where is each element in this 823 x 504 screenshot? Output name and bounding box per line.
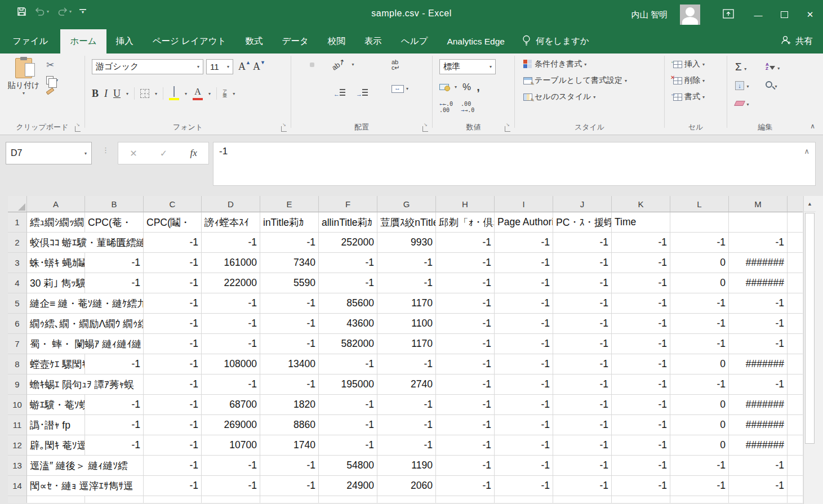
name-box-caret-icon[interactable]: ▾ (84, 151, 87, 156)
cell-A5[interactable]: 縺企≡ 縺・菴ｿ縺・縺ｹ繧九° (27, 293, 144, 314)
cell-H2[interactable]: -1 (436, 233, 495, 253)
cell-L8[interactable]: 0 (670, 354, 729, 374)
align-top-button[interactable] (299, 63, 304, 67)
cell-K4[interactable]: -1 (612, 273, 670, 293)
cell-A14[interactable]: 閠∝ｾ・縺ｮ 逕滓ｴｻ雋ｻ逕 (27, 476, 144, 496)
conditional-formatting-button[interactable]: 条件付き書式▾ (521, 58, 630, 70)
column-header-L[interactable]: L (670, 196, 729, 212)
cell-D8[interactable]: 108000 (202, 354, 260, 374)
cell-L3[interactable]: 0 (670, 253, 729, 273)
phonetic-guide-icon[interactable]: ア亜 (223, 90, 227, 97)
name-box[interactable]: D7▾ (6, 142, 92, 164)
tab-4[interactable]: データ (273, 29, 318, 53)
cell-C9[interactable]: -1 (144, 374, 202, 395)
cell-D5[interactable]: -1 (202, 293, 260, 314)
cell-A1[interactable]: 繧ｭ繝ｼ繝ｯ繝ｼ繝 (27, 212, 85, 233)
row-header-14[interactable]: 14 (8, 476, 27, 496)
cell-K5[interactable]: -1 (612, 293, 670, 314)
column-header-D[interactable]: D (202, 196, 260, 212)
increase-font-size-button[interactable]: A▲ (236, 61, 248, 73)
cell-J14[interactable]: -1 (553, 476, 612, 496)
cell-E7[interactable]: -1 (260, 334, 319, 354)
column-header-G[interactable]: G (377, 196, 436, 212)
tab-3[interactable]: 数式 (236, 29, 273, 53)
cell-J12[interactable]: -1 (553, 435, 612, 456)
delete-cells-button[interactable]: ✕ 削除▾ (670, 74, 708, 87)
cell-M14[interactable]: -1 (729, 476, 788, 496)
cell-H1[interactable]: 邱剃「ｫ・倶ｪ (436, 212, 495, 233)
cell-L13[interactable]: -1 (670, 456, 729, 476)
cell-G14[interactable]: 2060 (377, 476, 436, 496)
cell-J4[interactable]: -1 (553, 273, 612, 293)
cell-E10[interactable]: 1820 (260, 395, 319, 415)
underline-button[interactable]: U (113, 88, 121, 100)
cell-H12[interactable]: -1 (436, 435, 495, 456)
comma-style-button[interactable]: , (477, 81, 480, 93)
cell-F2[interactable]: 252000 (319, 233, 377, 253)
format-as-table-button[interactable]: テーブルとして書式設定▾ (521, 74, 630, 87)
decrease-decimal-button[interactable]: .00→→.0 (461, 101, 474, 113)
cell-L9[interactable]: -1 (670, 374, 729, 395)
cell-I14[interactable]: -1 (495, 476, 553, 496)
alignment-dialog-launcher-icon[interactable] (422, 126, 428, 132)
cell-styles-button[interactable]: セルのスタイル▾ (521, 91, 630, 103)
decrease-indent-icon[interactable]: ← (331, 86, 348, 101)
cell-H4[interactable]: -1 (436, 273, 495, 293)
cell-A4[interactable]: 30 莉｣ 雋ｯ驥 (27, 273, 85, 293)
cell-H13[interactable]: -1 (436, 456, 495, 476)
cell-G4[interactable]: -1 (377, 273, 436, 293)
number-dialog-launcher-icon[interactable] (505, 126, 510, 132)
font-name-select[interactable]: 游ゴシック▾ (92, 59, 203, 74)
cell-G9[interactable]: 2740 (377, 374, 436, 395)
cell-M6[interactable]: -1 (729, 314, 788, 334)
cell-G10[interactable]: -1 (377, 395, 436, 415)
cell-B8[interactable]: -1 (85, 354, 144, 374)
cell-L10[interactable]: 0 (670, 395, 729, 415)
cell-C8[interactable]: -1 (144, 354, 202, 374)
cell-E6[interactable]: -1 (260, 314, 319, 334)
cell-E11[interactable]: 8860 (260, 415, 319, 435)
row-header-7[interactable]: 7 (8, 334, 27, 354)
cell-C2[interactable]: -1 (144, 233, 202, 253)
find-select-button[interactable]: ▾ (766, 80, 796, 90)
cell-A9[interactable]: 蟾ｷ蜴ｴ 隕句ｭｦ 譚ｱ莠ｬ蜈 (27, 374, 144, 395)
cell-D1[interactable]: 謗ｨ螳夲ｽｲ (202, 212, 260, 233)
column-header-K[interactable]: K (612, 196, 670, 212)
cell-A7[interactable]: 蜀・ 蟀・ 闌蝪ｱ 縺ｨ縺ｲ縺 (27, 334, 144, 354)
cell-H11[interactable]: -1 (436, 415, 495, 435)
wrap-text-icon[interactable]: abc↵ (392, 59, 408, 70)
format-painter-icon[interactable] (46, 88, 55, 95)
row-header-2[interactable]: 2 (8, 233, 27, 253)
cell-J7[interactable]: -1 (553, 334, 612, 354)
align-left-button[interactable] (299, 91, 304, 96)
cell-J3[interactable]: -1 (553, 253, 612, 273)
cut-icon[interactable]: ✂ (46, 59, 58, 71)
cell-C6[interactable]: -1 (144, 314, 202, 334)
formula-bar-handle[interactable]: ⋮ (102, 146, 110, 154)
borders-icon[interactable] (140, 89, 149, 98)
cell-G6[interactable]: 1100 (377, 314, 436, 334)
cell-C7[interactable]: -1 (144, 334, 202, 354)
cell-L11[interactable]: 0 (670, 415, 729, 435)
cell-J13[interactable]: -1 (553, 456, 612, 476)
cell-J1[interactable]: PC・ｽ・援蜉 (553, 212, 612, 233)
italic-button[interactable]: I (104, 88, 108, 100)
increase-indent-icon[interactable]: → (354, 86, 370, 101)
cell-C1[interactable]: CPC(鬮・ (144, 212, 202, 233)
cell-L1[interactable] (670, 212, 729, 233)
cell-I1[interactable]: Page Authority (495, 212, 553, 233)
cell-E8[interactable]: 13400 (260, 354, 319, 374)
column-header-I[interactable]: I (495, 196, 553, 212)
sort-filter-button[interactable]: AZ ▾ (766, 62, 796, 72)
cell-K2[interactable]: -1 (612, 233, 670, 253)
cell-B3[interactable]: -1 (85, 253, 144, 273)
scroll-up-icon[interactable]: ▲ (804, 196, 816, 212)
align-middle-button[interactable] (310, 63, 314, 67)
cell-E1[interactable]: inTitle莉ｶ (260, 212, 319, 233)
cell-G5[interactable]: 1170 (377, 293, 436, 314)
cell-A13[interactable]: 逕溘″ 縺後＞ 縺ｨ縺ｿ繧 (27, 456, 144, 476)
cell-E13[interactable]: -1 (260, 456, 319, 476)
insert-function-icon[interactable]: fx (190, 148, 197, 159)
cell-F13[interactable]: 54800 (319, 456, 377, 476)
cell-B12[interactable]: -1 (85, 435, 144, 456)
